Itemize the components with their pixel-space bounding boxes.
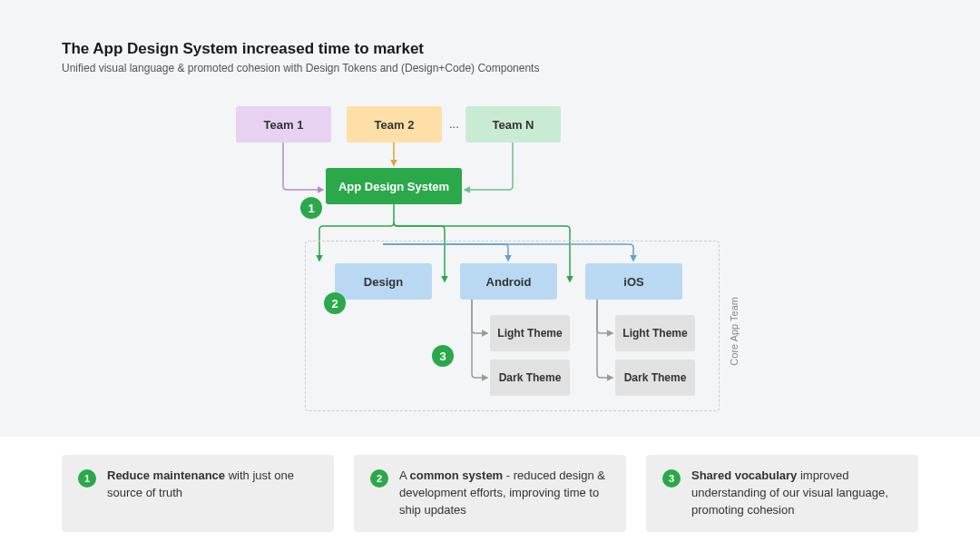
benefit-1-badge: 1 <box>78 469 96 488</box>
android-box: Android <box>460 263 557 300</box>
benefit-1: 1 Reduce maintenance with just one sourc… <box>62 455 334 532</box>
app-design-system-box: App Design System <box>326 168 462 204</box>
diagram-badge-3: 3 <box>432 345 454 367</box>
benefit-3-badge: 3 <box>662 469 681 488</box>
page-title: The App Design System increased time to … <box>62 40 539 58</box>
benefit-2: 2 A common system - reduced design & dev… <box>354 455 626 532</box>
team-n-box: Team N <box>466 106 561 143</box>
benefit-3: 3 Shared vocabulary improved understandi… <box>646 455 918 532</box>
page-subtitle: Unified visual language & promoted cohes… <box>62 62 539 74</box>
benefits-row: 1 Reduce maintenance with just one sourc… <box>0 437 980 552</box>
diagram-badge-2: 2 <box>324 292 346 314</box>
core-app-team-label: Core App Team <box>729 297 740 366</box>
benefit-1-text: Reduce maintenance with just one source … <box>107 468 318 502</box>
ios-light-theme-box: Light Theme <box>615 315 695 351</box>
diagram-badge-1: 1 <box>300 197 322 219</box>
android-dark-theme-box: Dark Theme <box>490 360 570 396</box>
design-box: Design <box>335 263 432 300</box>
benefit-3-text: Shared vocabulary improved understanding… <box>691 468 902 519</box>
team-2-box: Team 2 <box>347 106 442 143</box>
ios-dark-theme-box: Dark Theme <box>615 360 695 396</box>
teams-ellipsis: ... <box>449 117 459 131</box>
diagram: Team 1 Team 2 ... Team N App Design Syst… <box>236 106 744 415</box>
benefit-2-badge: 2 <box>370 469 388 488</box>
android-light-theme-box: Light Theme <box>490 315 570 351</box>
team-1-box: Team 1 <box>236 106 331 143</box>
ios-box: iOS <box>585 263 682 300</box>
header: The App Design System increased time to … <box>62 40 539 74</box>
benefit-2-text: A common system - reduced design & devel… <box>399 468 610 519</box>
